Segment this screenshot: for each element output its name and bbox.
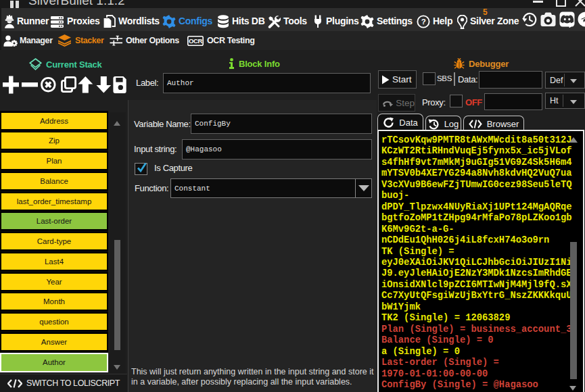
svg-text:?: ? bbox=[421, 18, 426, 26]
svg-text:OCR: OCR bbox=[189, 37, 202, 45]
